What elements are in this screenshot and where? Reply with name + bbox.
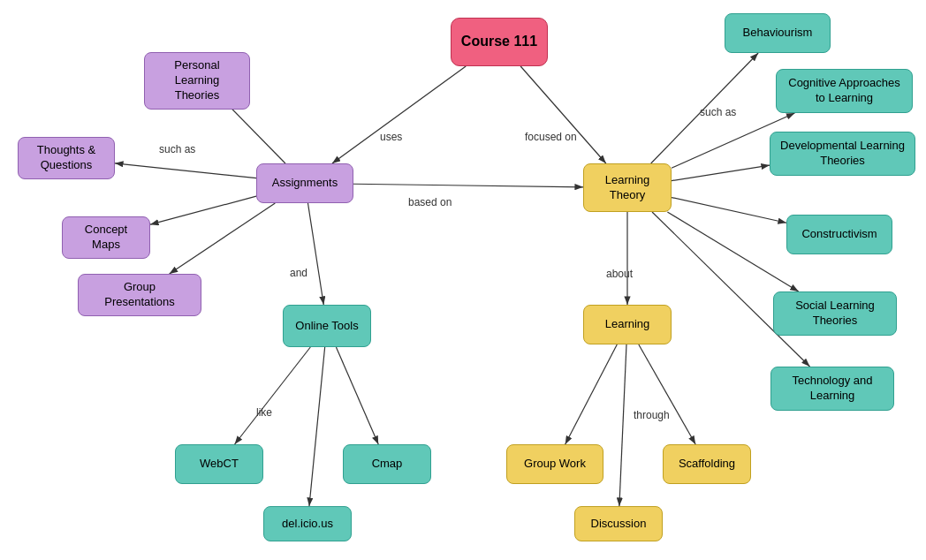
node-assignments: Assignments — [256, 163, 353, 203]
node-discussion: Discussion — [574, 506, 663, 541]
node-course: Course 111 — [451, 18, 548, 66]
node-socialLearning: Social Learning Theories — [773, 291, 897, 336]
svg-line-16 — [667, 212, 798, 291]
edge-label: through — [634, 409, 670, 421]
node-webct: WebCT — [175, 444, 263, 484]
node-groupWork: Group Work — [506, 444, 603, 484]
node-cmap: Cmap — [343, 444, 431, 484]
edge-label: focused on — [525, 131, 577, 143]
node-conceptMaps: Concept Maps — [62, 216, 150, 259]
svg-line-9 — [235, 347, 311, 444]
svg-line-15 — [672, 198, 786, 223]
svg-line-6 — [170, 203, 276, 274]
node-developmentalLearning: Developmental Learning Theories — [770, 132, 915, 176]
node-delicious: del.icio.us — [263, 506, 352, 541]
edge-label: such as — [159, 143, 195, 155]
node-behaviourism: Behaviourism — [725, 13, 831, 53]
svg-line-8 — [353, 184, 583, 187]
svg-line-14 — [672, 165, 770, 181]
svg-line-2 — [520, 66, 606, 163]
edge-label: based on — [408, 196, 452, 208]
edge-label: and — [290, 267, 307, 279]
svg-line-7 — [307, 203, 323, 305]
svg-line-1 — [332, 66, 466, 163]
mind-map-canvas: Course 111AssignmentsLearning TheoryPers… — [0, 0, 926, 560]
edge-label: about — [606, 268, 633, 280]
node-cognitiveApproaches: Cognitive Approaches to Learning — [776, 69, 913, 113]
svg-line-10 — [336, 347, 378, 444]
edge-label: like — [256, 406, 272, 419]
node-technologyLearning: Technology and Learning — [770, 367, 894, 411]
node-learning: Learning — [583, 305, 672, 344]
node-personalLearning: Personal Learning Theories — [144, 52, 250, 110]
svg-line-20 — [639, 344, 695, 444]
edge-label: uses — [380, 131, 402, 143]
node-groupPresentations: Group Presentations — [78, 274, 201, 316]
svg-line-5 — [150, 196, 256, 224]
node-onlineTools: Online Tools — [283, 305, 371, 347]
svg-line-21 — [619, 344, 626, 506]
node-thoughtsQuestions: Thoughts & Questions — [18, 137, 115, 179]
svg-line-4 — [115, 163, 256, 178]
svg-line-19 — [565, 344, 618, 444]
svg-line-11 — [309, 347, 325, 506]
node-learningTheory: Learning Theory — [583, 163, 672, 212]
edge-label: such as — [700, 106, 736, 118]
node-constructivism: Constructivism — [786, 215, 892, 254]
node-scaffolding: Scaffolding — [663, 444, 751, 484]
